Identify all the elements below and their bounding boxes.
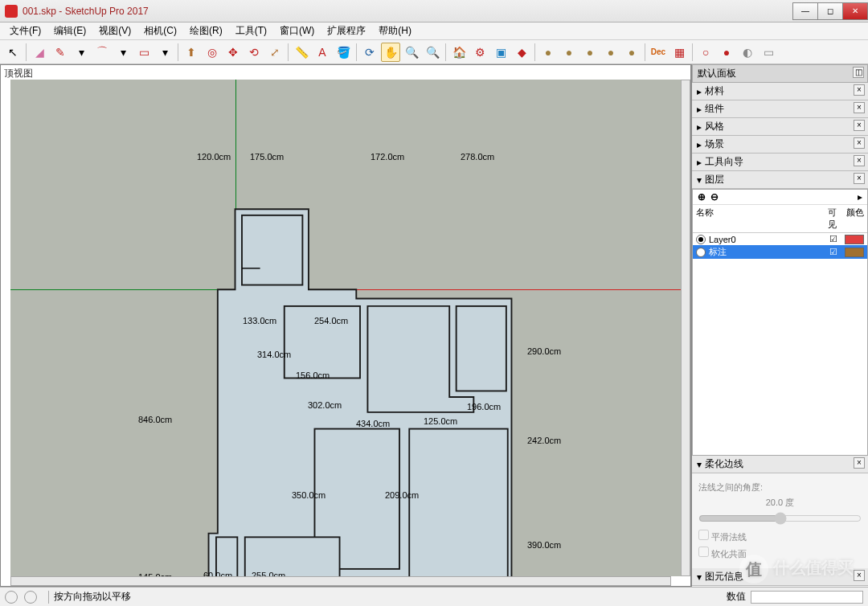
tray-header[interactable]: 默认面板 ◫ bbox=[692, 64, 868, 83]
dropdown-icon[interactable]: ▾ bbox=[72, 43, 91, 62]
menu-view[interactable]: 视图(V) bbox=[92, 23, 137, 39]
layer-name: Layer0 bbox=[709, 235, 822, 244]
dimension-label: 156.0cm bbox=[296, 371, 330, 380]
viewport[interactable]: 120.0cm 175.0cm 172.0cm 278.0cm 846.0cm … bbox=[10, 80, 681, 576]
shade-hidden-icon[interactable]: ● bbox=[559, 43, 579, 62]
layers-col-name[interactable]: 名称 bbox=[693, 205, 821, 232]
section-soften[interactable]: ▾柔化边线× bbox=[692, 456, 868, 473]
add-layer-icon[interactable]: ⊕ bbox=[698, 191, 706, 203]
section-styles[interactable]: ▸风格× bbox=[692, 118, 868, 136]
vertical-scrollbar[interactable] bbox=[681, 80, 690, 576]
misc-icon[interactable]: ◐ bbox=[738, 43, 757, 62]
pencil-tool-icon[interactable]: ✎ bbox=[51, 43, 70, 62]
layers-col-color[interactable]: 颜色 bbox=[843, 205, 867, 232]
layers-panel: ⊕ ⊖ ▸ 名称 可见 颜色 Layer0 ☑ 标注 bbox=[692, 189, 868, 456]
remove-layer-icon[interactable]: ⊖ bbox=[710, 191, 719, 203]
extension-icon[interactable]: ⚙ bbox=[470, 43, 489, 62]
section-close-icon[interactable]: × bbox=[854, 173, 865, 184]
layer-visible-checkbox[interactable]: ☑ bbox=[822, 247, 845, 257]
menu-camera[interactable]: 相机(C) bbox=[137, 23, 183, 39]
offset-tool-icon[interactable]: ◎ bbox=[203, 43, 222, 62]
close-button[interactable]: ✕ bbox=[842, 2, 868, 20]
shade-textured-icon[interactable]: ● bbox=[601, 43, 620, 62]
dimension-label: 290.0cm bbox=[527, 346, 561, 356]
layer-color-swatch[interactable] bbox=[845, 248, 864, 257]
dimension-label: 133.0cm bbox=[243, 316, 276, 326]
section-scenes[interactable]: ▸场景× bbox=[692, 136, 868, 154]
menu-edit[interactable]: 编辑(E) bbox=[47, 23, 92, 39]
layers-menu-icon[interactable]: ▸ bbox=[858, 191, 862, 203]
soften-coplanar-checkbox[interactable] bbox=[698, 547, 709, 557]
pan-tool-icon[interactable]: ✋ bbox=[381, 43, 400, 62]
svg-rect-2 bbox=[457, 306, 506, 391]
work-area: 顶视图 120.0cm 175.0cm 172.0cm 278.0cm bbox=[0, 64, 868, 587]
section-close-icon[interactable]: × bbox=[854, 120, 865, 131]
dimension-label: 196.0cm bbox=[467, 402, 501, 412]
eraser-tool-icon[interactable]: ◢ bbox=[30, 43, 49, 62]
section-close-icon[interactable]: × bbox=[854, 84, 865, 96]
layer-color-swatch[interactable] bbox=[845, 235, 864, 244]
menu-draw[interactable]: 绘图(R) bbox=[183, 23, 229, 39]
soften-slider[interactable] bbox=[698, 512, 862, 525]
dec-icon[interactable]: Dec bbox=[649, 43, 668, 62]
select-tool-icon[interactable]: ↖ bbox=[3, 43, 23, 62]
shade-wire-icon[interactable]: ● bbox=[538, 43, 558, 62]
svg-rect-4 bbox=[409, 429, 508, 576]
maximize-button[interactable]: ◻ bbox=[817, 2, 843, 20]
zoom-extents-icon[interactable]: 🔍 bbox=[423, 43, 442, 62]
menu-extensions[interactable]: 扩展程序 bbox=[321, 23, 372, 39]
paint-tool-icon[interactable]: 🪣 bbox=[334, 43, 353, 62]
rotate-tool-icon[interactable]: ⟲ bbox=[244, 43, 264, 62]
smooth-normals-checkbox[interactable] bbox=[698, 530, 709, 540]
zoom-tool-icon[interactable]: 🔍 bbox=[402, 43, 421, 62]
section-close-icon[interactable]: × bbox=[854, 137, 865, 149]
warehouse-icon[interactable]: 🏠 bbox=[449, 43, 469, 62]
circle-icon[interactable]: ○ bbox=[696, 43, 715, 62]
arc-tool-icon[interactable]: ⌒ bbox=[92, 43, 112, 62]
rectangle-tool-icon[interactable]: ▭ bbox=[134, 43, 154, 62]
layer-radio-icon[interactable] bbox=[696, 235, 706, 244]
scale-tool-icon[interactable]: ⤢ bbox=[265, 43, 285, 62]
layers-col-visible[interactable]: 可见 bbox=[821, 205, 843, 232]
section-components[interactable]: ▸组件× bbox=[692, 100, 868, 118]
layer-radio-icon[interactable] bbox=[696, 248, 706, 257]
menu-tools[interactable]: 工具(T) bbox=[229, 23, 273, 39]
dimension-label: 120.0cm bbox=[197, 152, 231, 162]
tape-tool-icon[interactable]: 📏 bbox=[292, 43, 311, 62]
toolbar: ↖ ◢ ✎ ▾ ⌒ ▾ ▭ ▾ ⬆ ◎ ✥ ⟲ ⤢ 📏 A 🪣 ⟳ ✋ 🔍 🔍 … bbox=[0, 40, 868, 64]
dimension-label: 209.0cm bbox=[385, 490, 419, 500]
section-close-icon[interactable]: × bbox=[854, 155, 865, 166]
dropdown-icon[interactable]: ▾ bbox=[113, 43, 133, 62]
brick-icon[interactable]: ▦ bbox=[669, 43, 689, 62]
shade-shaded-icon[interactable]: ● bbox=[580, 43, 600, 62]
horizontal-scrollbar[interactable] bbox=[10, 576, 671, 586]
vcb-input[interactable] bbox=[751, 591, 863, 604]
geo-icon[interactable] bbox=[5, 591, 18, 604]
text-tool-icon[interactable]: A bbox=[313, 43, 332, 62]
layer-row[interactable]: Layer0 ☑ bbox=[693, 233, 867, 245]
section-layers[interactable]: ▾图层× bbox=[692, 171, 868, 189]
minimize-button[interactable]: — bbox=[792, 2, 818, 20]
orbit-tool-icon[interactable]: ⟳ bbox=[360, 43, 379, 62]
dimension-label: 60.0cm bbox=[203, 571, 232, 576]
layout-icon[interactable]: ▣ bbox=[491, 43, 510, 62]
menu-help[interactable]: 帮助(H) bbox=[372, 23, 418, 39]
move-tool-icon[interactable]: ✥ bbox=[223, 43, 243, 62]
section-close-icon[interactable]: × bbox=[854, 457, 865, 469]
shade-mono-icon[interactable]: ● bbox=[622, 43, 641, 62]
misc2-icon[interactable]: ▭ bbox=[759, 43, 778, 62]
layer-row[interactable]: 标注 ☑ bbox=[693, 245, 867, 259]
extension-mgr-icon[interactable]: ◆ bbox=[512, 43, 531, 62]
credits-icon[interactable] bbox=[24, 591, 37, 604]
filled-icon[interactable]: ● bbox=[717, 43, 736, 62]
menu-window[interactable]: 窗口(W) bbox=[273, 23, 321, 39]
section-instructor[interactable]: ▸工具向导× bbox=[692, 154, 868, 171]
pushpull-tool-icon[interactable]: ⬆ bbox=[182, 43, 201, 62]
tray-pin-icon[interactable]: ◫ bbox=[853, 67, 864, 78]
section-close-icon[interactable]: × bbox=[854, 570, 865, 581]
section-close-icon[interactable]: × bbox=[854, 102, 865, 113]
dropdown-icon[interactable]: ▾ bbox=[155, 43, 174, 62]
layer-visible-checkbox[interactable]: ☑ bbox=[822, 234, 845, 244]
section-materials[interactable]: ▸材料× bbox=[692, 83, 868, 100]
menu-file[interactable]: 文件(F) bbox=[3, 23, 47, 39]
